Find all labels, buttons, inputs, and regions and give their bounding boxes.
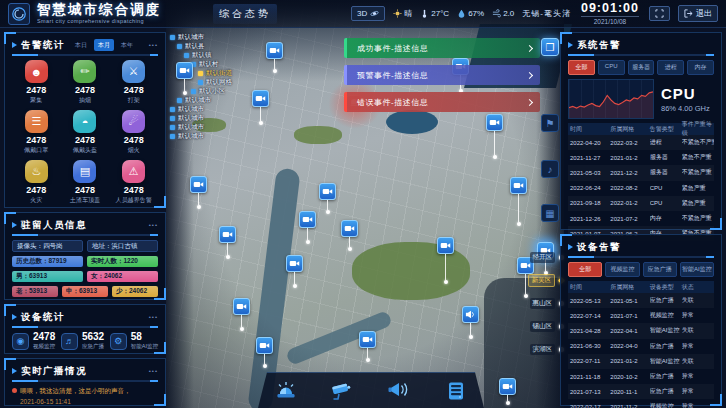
tree-node[interactable]: 默认小区 [191, 87, 232, 96]
filter-tab[interactable]: 内存 [687, 60, 714, 75]
alarm-stat-item[interactable]: ☄ 2478 烟火 [109, 110, 158, 155]
loudspeaker-icon[interactable] [385, 377, 413, 405]
more-menu-icon[interactable]: ••• [149, 42, 158, 48]
table-row[interactable]: 2021-07-13 2020-11-1 应急广播 异常 [568, 384, 714, 399]
filter-tab[interactable]: CPU [598, 60, 625, 75]
tree-node[interactable]: 默认城市 [170, 114, 232, 123]
table-row[interactable]: 2022-05-13 2021-05-1 应急广播 失联 [568, 293, 714, 308]
table-row[interactable]: 2022-04-20 2022-03-2 进程 不紧急不严重 [568, 135, 714, 150]
tree-node[interactable]: 默认城市 [170, 123, 232, 132]
table-row[interactable]: 2022-06-24 2022-08-2 CPU 紧急严重 [568, 181, 714, 196]
period-tab[interactable]: 本年 [117, 39, 137, 51]
table-row[interactable]: 2022-07-11 2021-01-2 智能AI监控 失联 [568, 354, 714, 369]
marker-stem [327, 200, 328, 210]
tree-node[interactable]: 默认街道 [198, 69, 232, 78]
cctv-camera-icon[interactable] [329, 377, 357, 405]
camera-marker[interactable] [176, 62, 193, 95]
device-stat-item[interactable]: ⚙ 58 智能AI监控 [110, 332, 158, 350]
smart-city-dashboard: 默认城市 默认县 默认镇 默认村 默认街道 [0, 0, 726, 408]
camera-marker[interactable] [256, 337, 273, 368]
view-mode-3d-button[interactable]: 3D [351, 6, 385, 21]
alarm-count: 2478 [124, 85, 144, 95]
period-tab[interactable]: 本日 [71, 39, 91, 51]
alarm-stat-item[interactable]: ✏ 2478 抽烟 [61, 60, 110, 105]
district-stop[interactable]: 新吴区 [520, 269, 564, 292]
filter-tab[interactable]: 服务器 [628, 60, 655, 75]
speaker-icon[interactable]: ♪ [541, 160, 559, 178]
tree-node[interactable]: 默认村 [191, 60, 232, 69]
tree-node[interactable]: 默认城市 [170, 33, 232, 42]
camera-marker[interactable] [437, 237, 454, 284]
alarm-stat-item[interactable]: ♨ 2478 火灾 [12, 160, 61, 205]
camera-marker[interactable] [299, 211, 316, 244]
camera-marker[interactable] [190, 176, 207, 209]
table-row[interactable]: 2021-05-03 2021-12-2 服务器 不紧急严重 [568, 165, 714, 180]
filter-tab[interactable]: 智能AI监控 [680, 262, 714, 277]
archive-icon[interactable]: ▦ [541, 204, 559, 222]
filter-tab[interactable]: 视频监控 [605, 262, 639, 277]
alarm-label: 打架 [128, 96, 140, 105]
event-toast[interactable]: 错误事件-描述信息 [344, 92, 540, 112]
device-stat-item[interactable]: ♬ 5632 应急广播 [61, 332, 104, 350]
alarm-stat-item[interactable]: ☰ 2478 佩戴口罩 [12, 110, 61, 155]
camera-icon [190, 176, 207, 193]
alarm-stat-item[interactable]: ▤ 2478 土渣车顶盖 [61, 160, 110, 205]
camera-marker[interactable] [341, 220, 358, 251]
table-row[interactable]: 2021-11-18 2020-10-2 应急广播 异常 [568, 369, 714, 384]
table-row[interactable]: 2021-09-18 2022-01-2 CPU 紧急严重 [568, 196, 714, 211]
alarm-stat-item[interactable]: ⚔ 2478 打架 [109, 60, 158, 105]
fullscreen-button[interactable] [649, 6, 670, 21]
marker-stem [518, 194, 519, 222]
tree-node[interactable]: 默认镇 [184, 51, 232, 60]
filter-tab[interactable]: 应急广播 [643, 262, 677, 277]
camera-marker[interactable] [233, 298, 250, 331]
event-toast[interactable]: 成功事件-描述信息 [344, 38, 540, 58]
device-stat-item[interactable]: ◉ 2478 视频监控 [12, 332, 55, 350]
server-rack-icon[interactable] [442, 377, 470, 405]
district-stop[interactable]: 经开区 [520, 246, 564, 269]
flag-icon[interactable]: ⚑ [541, 114, 559, 132]
event-toast[interactable]: 预警事件-描述信息 [344, 65, 540, 85]
layers-icon[interactable]: ❐ [541, 38, 559, 56]
camera-marker[interactable] [359, 331, 376, 362]
district-stop[interactable]: 滨湖区 [520, 338, 564, 361]
tab-overview[interactable]: 综合态势 [213, 4, 277, 24]
filter-tab[interactable]: 全部 [568, 262, 602, 277]
tree-node[interactable]: 默认城市 [170, 132, 232, 141]
table-row[interactable]: 2021-12-26 2021-07-2 内存 不紧急严重 [568, 211, 714, 226]
table-row[interactable]: 2021-06-30 2022-04-0 应急广播 异常 [568, 339, 714, 354]
marker-base-dot [348, 247, 352, 251]
table-row[interactable]: 2022-02-17 2021-11-2 视频监控 异常 [568, 399, 714, 408]
camera-marker[interactable] [319, 183, 336, 214]
tree-node[interactable]: 默认城市 [170, 105, 232, 114]
camera-marker[interactable] [499, 378, 516, 405]
district-stop[interactable]: 锡山区 [520, 315, 564, 338]
siren-icon[interactable] [272, 377, 300, 405]
alarm-stat-item[interactable]: ⚠ 2478 人员越界告警 [109, 160, 158, 205]
filter-tab[interactable]: 进程 [657, 60, 684, 75]
camera-marker[interactable] [219, 226, 236, 259]
more-menu-icon[interactable]: ••• [149, 222, 158, 228]
period-tab[interactable]: 本月 [94, 39, 114, 51]
district-stop[interactable]: 惠山区 [520, 292, 564, 315]
tree-node[interactable]: 默认城市 [177, 96, 232, 105]
camera-marker[interactable] [266, 42, 283, 73]
alarm-stat-item[interactable]: ☻ 2478 聚集 [12, 60, 61, 105]
alarm-stat-item[interactable]: ◓ 2478 佩戴头盔 [61, 110, 110, 155]
alarm-label: 火灾 [30, 196, 42, 205]
more-menu-icon[interactable]: ••• [149, 368, 158, 374]
camera-marker[interactable] [510, 177, 527, 226]
camera-marker[interactable] [486, 114, 503, 159]
table-row[interactable]: 2021-04-28 2022-04-1 智能AI监控 失联 [568, 323, 714, 338]
alarm-stats-panel: 告警统计 本日 本月 本年 ••• ☻ 2478 聚集 [4, 32, 166, 208]
exit-button[interactable]: 退出 [678, 5, 718, 22]
camera-marker[interactable] [286, 255, 303, 288]
table-row[interactable]: 2022-07-14 2021-07-1 视频监控 异常 [568, 308, 714, 323]
more-menu-icon[interactable]: ••• [149, 314, 158, 320]
tree-node[interactable]: 默认县 [177, 42, 232, 51]
speaker-marker[interactable] [462, 306, 479, 339]
camera-marker[interactable] [252, 90, 269, 125]
table-row[interactable]: 2021-11-27 2021-01-2 服务器 紧急不严重 [568, 150, 714, 165]
filter-tab[interactable]: 全部 [568, 60, 595, 75]
tree-node[interactable]: 默认网格 [198, 78, 232, 87]
